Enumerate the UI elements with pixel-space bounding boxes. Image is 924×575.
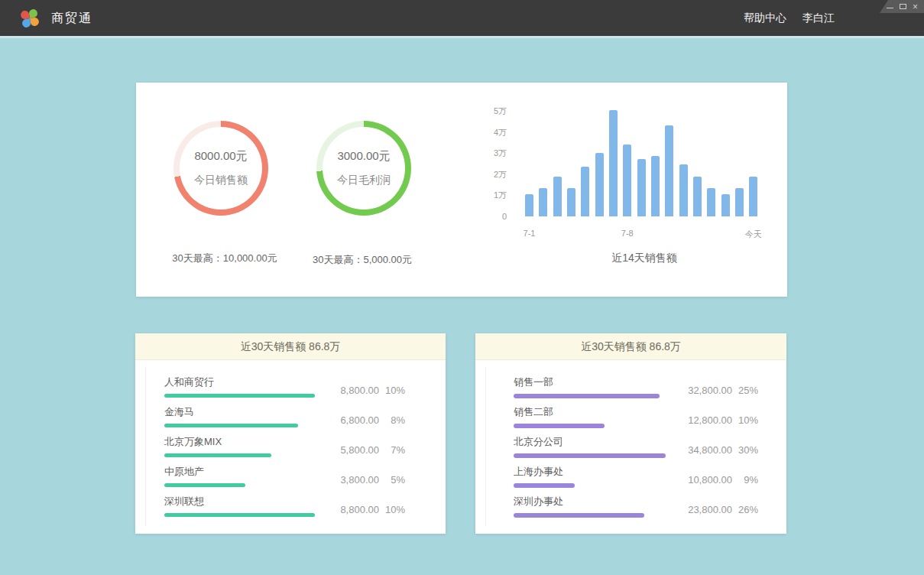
- today-profit-donut[interactable]: 3000.00元 今日毛利润: [316, 121, 411, 216]
- item-amount: 10,800.00: [677, 474, 732, 486]
- department-ranking-title: 近30天销售额 86.8万: [475, 333, 786, 360]
- ranking-row[interactable]: 北京万象MIX 5,800.007%: [164, 435, 446, 456]
- sales-bar[interactable]: [525, 194, 533, 216]
- sales-bar[interactable]: [749, 177, 757, 216]
- y-axis: 5万4万3万2万1万0: [472, 83, 507, 236]
- item-percent: 10%: [379, 385, 405, 396]
- close-button[interactable]: ×: [913, 3, 918, 11]
- y-tick-label: 2万: [472, 169, 507, 180]
- x-axis-label: 7-1: [524, 229, 536, 238]
- item-bar: [514, 453, 666, 458]
- item-bar: [164, 483, 245, 487]
- item-bar: [514, 513, 644, 518]
- item-bar: [164, 453, 271, 457]
- ranking-row[interactable]: 深圳办事处 23,800.0026%: [514, 495, 786, 515]
- ranking-row[interactable]: 销售二部 12,800.0010%: [514, 405, 786, 426]
- app-logo-icon: [19, 8, 39, 28]
- today-profit-value: 3000.00元: [337, 149, 390, 164]
- item-percent: 9%: [732, 474, 758, 486]
- y-tick-label: 4万: [472, 127, 507, 138]
- item-bar: [164, 424, 298, 427]
- item-percent: 25%: [732, 385, 758, 396]
- item-bar: [514, 483, 575, 488]
- titlebar-shine: [0, 36, 924, 38]
- ranking-row[interactable]: 中原地产 3,800.005%: [164, 465, 446, 486]
- ranking-row[interactable]: 销售一部 32,800.0025%: [514, 375, 786, 396]
- sales-14day-chart: 5万4万3万2万1万0 7-17-8今天 近14天销售额: [472, 83, 787, 297]
- logo-petal-orange: [30, 17, 40, 27]
- item-bar: [514, 394, 660, 398]
- item-percent: 5%: [379, 474, 405, 486]
- customer-ranking-title: 近30天销售额 86.8万: [135, 333, 446, 360]
- item-amount: 32,800.00: [677, 385, 732, 396]
- y-tick-label: 1万: [472, 190, 507, 200]
- item-amount: 34,800.00: [677, 444, 732, 456]
- item-amount: 23,800.00: [677, 504, 732, 515]
- item-bar: [164, 513, 315, 517]
- sales-bar[interactable]: [693, 177, 702, 216]
- overview-card: 8000.00元 今日销售额 30天最高：10,000.00元 3000.00元…: [136, 83, 787, 297]
- x-axis-label: 今天: [745, 229, 762, 240]
- sales-bar[interactable]: [679, 164, 688, 216]
- x-axis-label: 7-8: [621, 229, 634, 238]
- today-sales-donut[interactable]: 8000.00元 今日销售额: [173, 121, 268, 216]
- window-controls: ×: [880, 0, 924, 13]
- today-profit-donut-center: 3000.00元 今日毛利润: [323, 127, 405, 210]
- ranking-row[interactable]: 金海马 6,800.008%: [164, 405, 446, 426]
- app-title: 商贸通: [51, 0, 92, 36]
- sales-bar[interactable]: [637, 159, 646, 216]
- sales-bar[interactable]: [721, 194, 730, 216]
- sales-bar[interactable]: [567, 188, 575, 216]
- item-bar: [514, 424, 605, 428]
- titlebar: 商贸通 帮助中心 李白江 ×: [0, 0, 924, 36]
- logo-petal-red: [20, 10, 30, 20]
- item-amount: 12,800.00: [677, 414, 732, 426]
- sales-bar[interactable]: [623, 145, 631, 216]
- item-percent: 10%: [732, 414, 758, 426]
- close-icon: ×: [913, 3, 918, 11]
- item-amount: 3,800.00: [324, 474, 379, 486]
- sales-bar[interactable]: [553, 177, 562, 216]
- logo-petal-blue: [21, 18, 31, 28]
- user-name[interactable]: 李白江: [802, 0, 835, 36]
- sales-bar[interactable]: [581, 167, 589, 216]
- today-sales-label: 今日销售额: [194, 174, 248, 187]
- item-percent: 8%: [379, 414, 405, 426]
- y-tick-label: 3万: [472, 148, 507, 158]
- maximize-icon: [900, 4, 906, 9]
- item-bar: [164, 394, 315, 398]
- item-percent: 26%: [732, 504, 758, 515]
- department-ranking-list: 销售一部 32,800.0025% 销售二部 12,800.0010% 北京分公…: [475, 360, 786, 515]
- ranking-row[interactable]: 北京分公司 34,800.0030%: [514, 435, 786, 456]
- minimize-icon: [887, 8, 893, 8]
- x-axis: 7-17-8今天: [525, 229, 764, 239]
- sales-bar[interactable]: [595, 153, 604, 216]
- item-amount: 5,800.00: [324, 444, 379, 456]
- sales-bar[interactable]: [665, 125, 673, 216]
- y-tick-label: 0: [472, 211, 507, 222]
- app-window: { "titlebar": { "app_title": "商贸通", "hel…: [0, 0, 924, 575]
- item-percent: 30%: [732, 444, 758, 456]
- item-percent: 7%: [379, 444, 405, 456]
- minimize-button[interactable]: [887, 5, 893, 8]
- item-amount: 6,800.00: [324, 414, 379, 426]
- customer-ranking-card: 近30天销售额 86.8万 人和商贸行 8,800.0010% 金海马 6,80…: [135, 333, 446, 534]
- chart-title: 近14天销售额: [525, 252, 764, 265]
- profit-30day-max: 30天最高：5,000.00元: [278, 253, 446, 267]
- today-profit-label: 今日毛利润: [337, 174, 391, 187]
- ranking-row[interactable]: 上海办事处 10,800.009%: [514, 465, 786, 486]
- sales-bar[interactable]: [651, 156, 660, 216]
- ranking-row[interactable]: 深圳联想 8,800.0010%: [164, 495, 446, 515]
- sales-bar[interactable]: [735, 188, 744, 216]
- sales-bar[interactable]: [609, 110, 618, 216]
- sales-bar-plot: [525, 109, 764, 216]
- sales-bar[interactable]: [707, 188, 715, 216]
- item-amount: 8,800.00: [324, 385, 379, 396]
- y-tick-label: 5万: [472, 106, 507, 116]
- ranking-row[interactable]: 人和商贸行 8,800.0010%: [164, 375, 446, 396]
- item-percent: 10%: [379, 504, 405, 515]
- item-amount: 8,800.00: [324, 504, 379, 515]
- maximize-button[interactable]: [900, 4, 906, 9]
- help-center-link[interactable]: 帮助中心: [744, 0, 786, 36]
- sales-bar[interactable]: [539, 188, 547, 216]
